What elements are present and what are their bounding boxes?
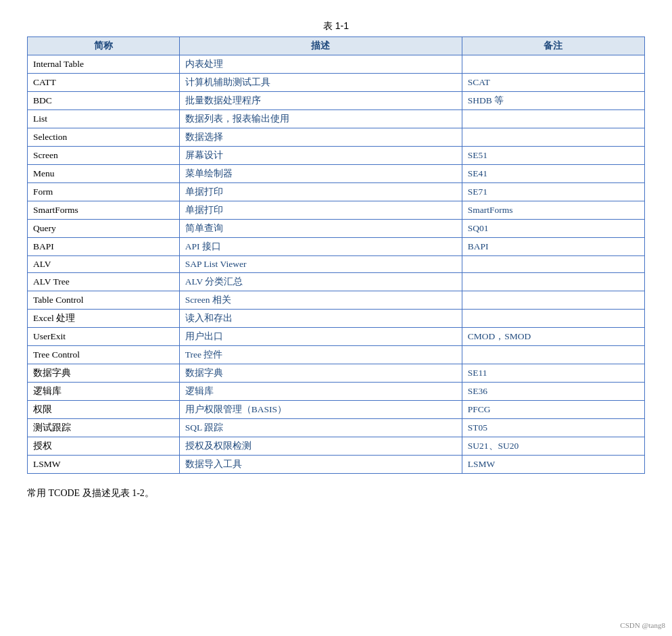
cell-note (462, 291, 644, 310)
cell-abbr: Tree Control (28, 346, 180, 364)
cell-desc: 数据选择 (179, 128, 462, 147)
cell-note: SCAT (462, 74, 644, 92)
cell-note: SE41 (462, 165, 644, 183)
cell-abbr: Screen (28, 147, 180, 165)
cell-note: SE71 (462, 183, 644, 201)
cell-note (462, 55, 644, 74)
cell-abbr: BAPI (28, 238, 180, 256)
cell-note: SQ01 (462, 220, 644, 238)
table-row: Menu菜单绘制器SE41 (28, 165, 645, 183)
cell-desc: 数据列表，报表输出使用 (179, 110, 462, 128)
cell-note: LSMW (462, 456, 644, 474)
cell-desc: 授权及权限检测 (179, 437, 462, 456)
cell-note: SE51 (462, 147, 644, 165)
cell-note (462, 346, 644, 364)
cell-abbr: SmartForms (28, 201, 180, 220)
cell-abbr: Selection (28, 128, 180, 147)
cell-desc: 用户出口 (179, 328, 462, 346)
table-row: 测试跟踪SQL 跟踪ST05 (28, 419, 645, 437)
watermark: CSDN @tang8 (620, 621, 665, 629)
cell-desc: 内表处理 (179, 55, 462, 74)
table-row: 逻辑库逻辑库SE36 (28, 383, 645, 401)
cell-note (462, 273, 644, 291)
cell-desc: Screen 相关 (179, 291, 462, 310)
table-row: Tree ControlTree 控件 (28, 346, 645, 364)
cell-desc: Tree 控件 (179, 346, 462, 364)
cell-abbr: ALV Tree (28, 273, 180, 291)
cell-note (462, 110, 644, 128)
cell-note: SmartForms (462, 201, 644, 220)
table-row: 权限用户权限管理（BASIS）PFCG (28, 401, 645, 419)
cell-abbr: BDC (28, 92, 180, 110)
cell-abbr: Form (28, 183, 180, 201)
table-row: 数据字典数据字典SE11 (28, 364, 645, 383)
cell-desc: 数据导入工具 (179, 456, 462, 474)
cell-desc: 单据打印 (179, 201, 462, 220)
table-row: Selection数据选择 (28, 128, 645, 147)
table-row: Internal Table内表处理 (28, 55, 645, 74)
table-row: Form单据打印SE71 (28, 183, 645, 201)
cell-abbr: 测试跟踪 (28, 419, 180, 437)
table-row: CATT计算机辅助测试工具SCAT (28, 74, 645, 92)
table-row: LSMW数据导入工具LSMW (28, 456, 645, 474)
cell-abbr: Excel 处理 (28, 310, 180, 328)
footer-text: 常用 TCODE 及描述见表 1-2。 (27, 487, 645, 499)
table-row: List数据列表，报表输出使用 (28, 110, 645, 128)
cell-abbr: 权限 (28, 401, 180, 419)
table-row: BDC批量数据处理程序SHDB 等 (28, 92, 645, 110)
cell-note: CMOD，SMOD (462, 328, 644, 346)
table-row: BAPIAPI 接口BAPI (28, 238, 645, 256)
cell-desc: SAP List Viewer (179, 256, 462, 273)
cell-desc: 用户权限管理（BASIS） (179, 401, 462, 419)
cell-abbr: ALV (28, 256, 180, 273)
cell-desc: 逻辑库 (179, 383, 462, 401)
cell-desc: 屏幕设计 (179, 147, 462, 165)
cell-desc: 计算机辅助测试工具 (179, 74, 462, 92)
table-row: Query简单查询SQ01 (28, 220, 645, 238)
header-note: 备注 (462, 37, 644, 55)
cell-abbr: UserExit (28, 328, 180, 346)
cell-abbr: LSMW (28, 456, 180, 474)
cell-abbr: 逻辑库 (28, 383, 180, 401)
cell-desc: 读入和存出 (179, 310, 462, 328)
header-desc: 描述 (179, 37, 462, 55)
cell-note (462, 128, 644, 147)
table-row: Excel 处理读入和存出 (28, 310, 645, 328)
cell-note (462, 256, 644, 273)
cell-desc: SQL 跟踪 (179, 419, 462, 437)
cell-note: ST05 (462, 419, 644, 437)
cell-desc: 数据字典 (179, 364, 462, 383)
cell-note (462, 310, 644, 328)
cell-note: PFCG (462, 401, 644, 419)
cell-desc: 简单查询 (179, 220, 462, 238)
table-row: Table ControlScreen 相关 (28, 291, 645, 310)
cell-desc: 单据打印 (179, 183, 462, 201)
cell-note: SHDB 等 (462, 92, 644, 110)
cell-desc: 批量数据处理程序 (179, 92, 462, 110)
cell-abbr: Table Control (28, 291, 180, 310)
table-row: 授权授权及权限检测SU21、SU20 (28, 437, 645, 456)
cell-abbr: Internal Table (28, 55, 180, 74)
cell-abbr: 授权 (28, 437, 180, 456)
cell-abbr: List (28, 110, 180, 128)
table-row: UserExit用户出口CMOD，SMOD (28, 328, 645, 346)
cell-abbr: Menu (28, 165, 180, 183)
main-table: 简称 描述 备注 Internal Table内表处理CATT计算机辅助测试工具… (27, 36, 645, 474)
header-abbr: 简称 (28, 37, 180, 55)
cell-note: SU21、SU20 (462, 437, 644, 456)
table-header-row: 简称 描述 备注 (28, 37, 645, 55)
cell-abbr: CATT (28, 74, 180, 92)
cell-note: SE11 (462, 364, 644, 383)
cell-desc: ALV 分类汇总 (179, 273, 462, 291)
table-row: SmartForms单据打印SmartForms (28, 201, 645, 220)
cell-desc: 菜单绘制器 (179, 165, 462, 183)
table-row: Screen屏幕设计SE51 (28, 147, 645, 165)
cell-abbr: Query (28, 220, 180, 238)
cell-abbr: 数据字典 (28, 364, 180, 383)
table-row: ALV TreeALV 分类汇总 (28, 273, 645, 291)
table-row: ALVSAP List Viewer (28, 256, 645, 273)
cell-note: BAPI (462, 238, 644, 256)
table-title: 表 1-1 (27, 20, 645, 32)
cell-desc: API 接口 (179, 238, 462, 256)
cell-note: SE36 (462, 383, 644, 401)
